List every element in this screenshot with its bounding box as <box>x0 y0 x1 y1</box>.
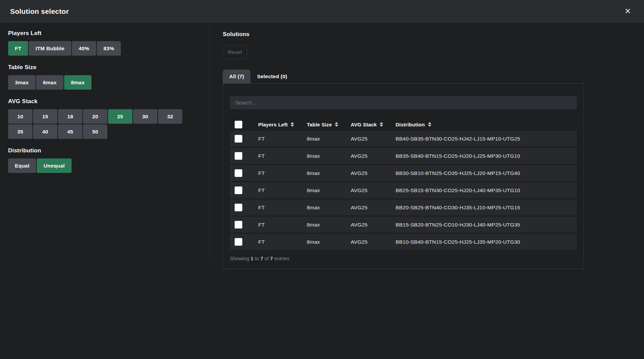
dialog-title: Solution selector <box>10 7 69 16</box>
filter-button-avg-32[interactable]: 32 <box>158 109 182 124</box>
reset-button[interactable]: Reset <box>223 45 247 59</box>
tab-selected[interactable]: Selected (0) <box>250 69 293 84</box>
filter-button-avg-25[interactable]: 25 <box>108 109 132 124</box>
solutions-panel: Solutions Reset All (7) Selected (0) Pla… <box>210 23 644 269</box>
table-row[interactable]: FT 8max AVG25 BB15-SB20-BTN25-CO10-HJ30-… <box>230 217 577 233</box>
filter-button-unequal[interactable]: Unequal <box>37 158 72 173</box>
table-row[interactable]: FT 8max AVG25 BB25-SB15-BTN30-CO25-HJ20-… <box>230 182 577 198</box>
row-checkbox[interactable] <box>235 135 242 143</box>
tab-all[interactable]: All (7) <box>223 69 250 84</box>
dialog-titlebar: Solution selector ✕ <box>0 0 644 23</box>
sort-icon[interactable] <box>335 122 338 127</box>
filter-button-avg-40[interactable]: 40 <box>33 124 57 139</box>
filter-button-avg-30[interactable]: 30 <box>133 109 157 124</box>
filter-button-avg-45[interactable]: 45 <box>58 124 82 139</box>
filter-button-avg-35[interactable]: 35 <box>8 124 32 139</box>
sort-icon[interactable] <box>291 122 294 127</box>
row-checkbox[interactable] <box>235 221 242 229</box>
table-row[interactable]: FT 8max AVG25 BB10-SB40-BTN15-CO25-HJ25-… <box>230 234 577 250</box>
filter-button-avg-10[interactable]: 10 <box>8 109 32 124</box>
filter-button-avg-20[interactable]: 20 <box>83 109 107 124</box>
table-row[interactable]: FT 8max AVG25 BB40-SB35-BTN30-CO25-HJ42-… <box>230 131 577 147</box>
table-row[interactable]: FT 8max AVG25 BB30-SB10-BTN25-CO35-HJ25-… <box>230 165 577 181</box>
filter-button-avg-50[interactable]: 50 <box>83 124 107 139</box>
filter-button-avg-15[interactable]: 15 <box>33 109 57 124</box>
table-size-label: Table Size <box>8 64 202 71</box>
column-header-avg-stack[interactable]: AVG Stack <box>346 122 391 127</box>
filter-button-3max[interactable]: 3max <box>8 75 35 90</box>
avg-stack-group: 10 15 18 20 25 30 32 35 40 45 50 <box>8 109 202 139</box>
filter-button-40pct[interactable]: 40% <box>72 41 96 56</box>
players-left-label: Players Left <box>8 30 202 37</box>
table-row[interactable]: FT 8max AVG25 BB20-SB25-BTN40-CO30-HJ35-… <box>230 200 577 215</box>
filter-button-83pct[interactable]: 83% <box>97 41 121 56</box>
solutions-tabs: All (7) Selected (0) <box>223 69 644 84</box>
row-checkbox[interactable] <box>235 186 242 194</box>
filter-button-ft[interactable]: FT <box>8 41 28 56</box>
solutions-title: Solutions <box>223 31 644 38</box>
filter-button-6max[interactable]: 6max <box>36 75 63 90</box>
sort-icon[interactable] <box>428 122 431 127</box>
distribution-group: Equal Unequal <box>8 158 202 173</box>
table-row[interactable]: FT 8max AVG25 BB35-SB40-BTN15-CO25-HJ20-… <box>230 148 577 164</box>
select-all-checkbox[interactable] <box>235 121 242 128</box>
row-checkbox[interactable] <box>235 169 242 177</box>
filter-button-avg-18[interactable]: 18 <box>58 109 82 124</box>
filter-button-itm-bubble[interactable]: ITM Bubble <box>29 41 71 56</box>
solution-selector-dialog: Solution selector ✕ Players Left FT ITM … <box>0 0 644 359</box>
close-icon[interactable]: ✕ <box>623 6 633 17</box>
column-header-players-left[interactable]: Players Left <box>253 122 302 127</box>
sort-icon[interactable] <box>380 122 383 127</box>
search-input[interactable] <box>230 96 577 109</box>
row-checkbox[interactable] <box>235 152 242 160</box>
distribution-label: Distribution <box>8 147 202 154</box>
table-header-row: Players Left Table Size AVG Stack Distri… <box>230 118 577 131</box>
filter-button-equal[interactable]: Equal <box>8 158 36 173</box>
column-header-table-size[interactable]: Table Size <box>302 122 346 127</box>
filters-panel: Players Left FT ITM Bubble 40% 83% Table… <box>0 23 210 260</box>
column-header-distribution[interactable]: Distribution <box>391 122 577 127</box>
players-left-group: FT ITM Bubble 40% 83% <box>8 41 202 56</box>
table-size-group: 3max 6max 8max <box>8 75 202 90</box>
row-checkbox[interactable] <box>235 204 242 211</box>
solutions-table-container: Players Left Table Size AVG Stack Distri… <box>223 83 584 269</box>
filter-button-8max[interactable]: 8max <box>64 75 91 90</box>
table-footer-status: Showing1to7of7entries <box>230 256 577 261</box>
row-checkbox[interactable] <box>235 238 242 246</box>
avg-stack-label: AVG Stack <box>8 98 202 105</box>
